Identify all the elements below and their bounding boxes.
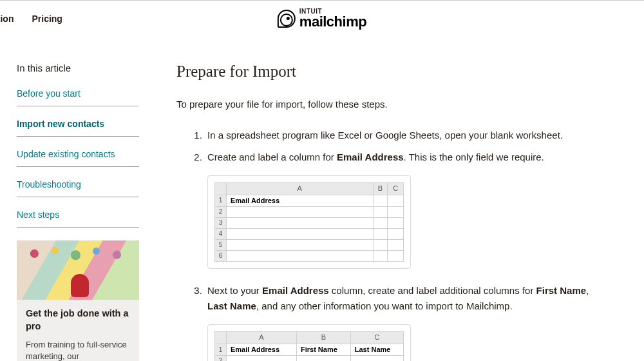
row-header: 2 (215, 207, 227, 218)
toc-link[interactable]: Update existing contacts (17, 149, 115, 159)
nav-item-pricing[interactable]: Pricing (32, 14, 62, 24)
article-content: Prepare for Import To prepare your file … (152, 63, 603, 361)
top-nav-left: ation Pricing (0, 14, 62, 24)
toc-link[interactable]: Next steps (17, 210, 59, 220)
row-header: 4 (215, 229, 227, 240)
toc-item-troubleshooting[interactable]: Troubleshooting (17, 179, 139, 197)
sidebar: In this article Before you start Import … (17, 63, 152, 361)
toc-item-update-existing-contacts[interactable]: Update existing contacts (17, 148, 139, 167)
nav-item-partial[interactable]: ation (0, 14, 14, 24)
top-nav: ation Pricing INTUIT mailchimp (0, 1, 644, 37)
brand-text: INTUIT mailchimp (299, 8, 366, 29)
spreadsheet-example-2: A B C 1Email AddressFirst NameLast Name … (207, 324, 411, 361)
promo-body: Get the job done with a pro From trainin… (17, 300, 139, 361)
step-2-text-c: . This is the only field we require. (404, 151, 544, 162)
steps-list: In a spreadsheet program like Excel or G… (176, 128, 603, 361)
step-3-bold-last: Last Name (207, 300, 256, 311)
promo-text: From training to full-service marketing,… (26, 339, 130, 361)
article-title: Prepare for Import (176, 63, 603, 81)
row-header: 5 (215, 240, 227, 251)
toc-item-next-steps[interactable]: Next steps (17, 209, 139, 228)
brand-logo[interactable]: INTUIT mailchimp (278, 8, 366, 29)
step-3-text-c: column, create and label additional colu… (329, 285, 536, 296)
cell (227, 207, 374, 218)
cell (388, 240, 404, 251)
step-2-text-a: Create and label a column for (207, 151, 337, 162)
cell (296, 356, 350, 361)
step-3-text-e: , (586, 285, 589, 296)
cell-a1: Email Address (227, 344, 297, 356)
step-2: Create and label a column for Email Addr… (205, 150, 603, 269)
col-header: B (296, 332, 350, 344)
page-body: In this article Before you start Import … (0, 37, 644, 361)
toc-heading: In this article (17, 63, 152, 73)
cell (388, 229, 404, 240)
row-header: 6 (215, 251, 227, 262)
cell-b1: First Name (296, 344, 350, 356)
cell (373, 251, 388, 262)
cell (373, 195, 388, 207)
cell (388, 218, 404, 229)
toc-link[interactable]: Import new contacts (17, 119, 104, 129)
promo-image (17, 240, 139, 300)
col-header: A (227, 332, 297, 344)
brand-name: mailchimp (299, 14, 366, 30)
cell (388, 207, 404, 218)
spreadsheet-example-1: A B C 1Email Address 2 3 4 5 6 (207, 175, 411, 269)
row-header: 2 (215, 356, 227, 361)
step-2-bold: Email Address (337, 151, 404, 162)
col-header: A (227, 183, 374, 195)
step-3-text-g: , and any other information you want to … (256, 300, 513, 311)
toc-link[interactable]: Before you start (17, 88, 80, 99)
col-header: C (388, 183, 404, 195)
cell (373, 218, 388, 229)
row-header: 1 (215, 344, 227, 356)
mailchimp-monkey-icon (278, 10, 296, 28)
promo-title: Get the job done with a pro (26, 307, 130, 333)
article-lead: To prepare your file for import, follow … (176, 99, 603, 110)
cell (373, 229, 388, 240)
step-3-bold-first: First Name (536, 285, 587, 296)
toc-item-before-you-start[interactable]: Before you start (17, 88, 139, 106)
cell (227, 251, 374, 262)
col-header: B (373, 183, 388, 195)
cell (227, 218, 374, 229)
cell (227, 229, 374, 240)
step-3-text-a: Next to your (207, 285, 262, 296)
cell (388, 195, 404, 207)
step-3-bold-email: Email Address (262, 285, 329, 296)
cell (388, 251, 404, 262)
toc-link[interactable]: Troubleshooting (17, 179, 81, 190)
toc-list: Before you start Import new contacts Upd… (17, 88, 152, 228)
sheet-corner (215, 183, 227, 195)
cell (373, 207, 388, 218)
cell (350, 356, 403, 361)
row-header: 3 (215, 218, 227, 229)
sheet-table: A B C 1Email AddressFirst NameLast Name … (214, 331, 404, 361)
cell-c1: Last Name (350, 344, 403, 356)
cell-a1: Email Address (227, 195, 374, 207)
sheet-table: A B C 1Email Address 2 3 4 5 6 (214, 182, 404, 262)
sheet-corner (215, 332, 227, 344)
row-header: 1 (215, 195, 227, 207)
cell (373, 240, 388, 251)
step-3: Next to your Email Address column, creat… (205, 283, 603, 361)
toc-item-import-new-contacts[interactable]: Import new contacts (17, 118, 139, 137)
col-header: C (350, 332, 403, 344)
step-1: In a spreadsheet program like Excel or G… (205, 128, 603, 143)
cell (227, 356, 297, 361)
cell (227, 240, 374, 251)
promo-card[interactable]: Get the job done with a pro From trainin… (17, 240, 139, 361)
